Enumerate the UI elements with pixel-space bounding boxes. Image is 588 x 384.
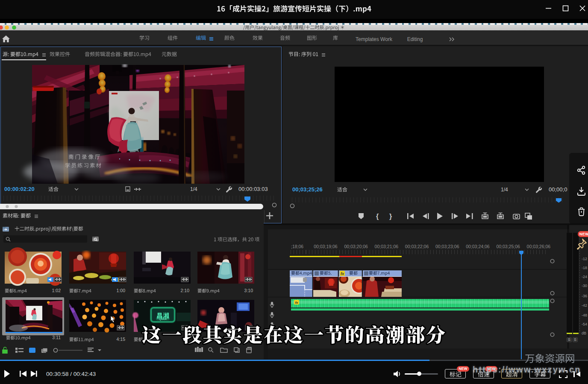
svg-text:fx: fx <box>295 301 298 305</box>
svg-text:fx: fx <box>341 272 344 276</box>
svg-text:}: } <box>389 213 392 220</box>
svg-text:{: { <box>376 213 379 220</box>
